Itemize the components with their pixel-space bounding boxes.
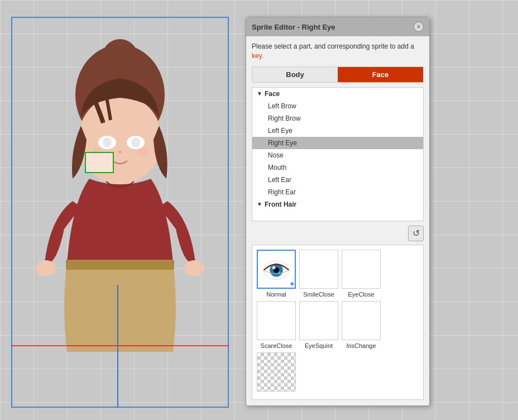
sprite-cell-normal[interactable]: ■ Normal — [257, 250, 296, 298]
key-link[interactable]: key. — [252, 52, 263, 60]
sprite-cell-eye-squint[interactable]: EyeSquint — [299, 301, 338, 349]
tree-item-front-hair[interactable]: ▼ Front Hair — [252, 198, 423, 211]
sprite-label-smile-close: SmileClose — [303, 291, 334, 298]
tree-item-left-ear[interactable]: Left Ear — [252, 174, 423, 186]
svg-point-7 — [131, 137, 140, 147]
sprite-thumb-normal[interactable]: ■ — [257, 250, 296, 289]
sprite-label-normal: Normal — [266, 291, 286, 298]
character-illustration — [17, 28, 223, 391]
eye-selection-box — [85, 152, 114, 173]
tab-body[interactable]: Body — [252, 67, 338, 82]
tree-item-face-group[interactable]: ▼ Face — [252, 88, 423, 100]
tree-panel[interactable]: ▼ Face Left Brow Right Brow Left Eye Rig… — [252, 87, 424, 221]
svg-point-9 — [137, 149, 148, 155]
refresh-button[interactable]: ↺ — [408, 226, 424, 241]
tree-item-left-eye[interactable]: Left Eye — [252, 125, 423, 137]
sprite-row-3 — [257, 352, 419, 392]
tree-item-mouth[interactable]: Mouth — [252, 161, 423, 174]
dialog-title: Sprite Editor - Right Eye — [252, 23, 335, 31]
svg-point-18 — [279, 271, 280, 273]
arrow-front-hair: ▼ — [257, 201, 262, 207]
svg-point-17 — [272, 266, 276, 269]
dialog-body: Please select a part, and corresponding … — [246, 36, 429, 405]
close-button[interactable]: × — [414, 22, 424, 32]
svg-rect-12 — [66, 260, 174, 270]
sprite-thumb-smile-close[interactable] — [299, 250, 338, 289]
refresh-row: ↺ — [252, 226, 424, 241]
sprite-thumb-empty[interactable] — [257, 352, 296, 392]
sprite-thumb-eye-close[interactable] — [342, 250, 381, 289]
sprite-cell-iris-change[interactable]: IrisChange — [342, 301, 381, 349]
sprite-row-1: ■ Normal SmileClose EyeClose — [257, 250, 419, 298]
sprite-label-iris-change: IrisChange — [346, 342, 376, 349]
svg-point-11 — [184, 260, 204, 276]
eye-svg-normal — [260, 254, 293, 284]
tree-item-nose[interactable]: Nose — [252, 149, 423, 161]
sprite-label-eye-squint: EyeSquint — [305, 342, 333, 349]
arrow-face: ▼ — [257, 90, 262, 97]
instruction-text: Please select a part, and corresponding … — [252, 42, 424, 61]
crosshair-horizontal — [11, 345, 229, 346]
sprite-thumb-iris-change[interactable] — [342, 301, 381, 340]
selected-icon: ■ — [290, 280, 294, 287]
tab-row: Body Face — [252, 66, 424, 83]
sprite-label-eye-close: EyeClose — [348, 291, 374, 298]
sprite-thumb-scare-close[interactable] — [257, 301, 296, 340]
tree-item-right-eye[interactable]: Right Eye — [252, 137, 423, 149]
tree-item-right-brow[interactable]: Right Brow — [252, 112, 423, 125]
sprite-editor-dialog: Sprite Editor - Right Eye × Please selec… — [246, 17, 430, 406]
tab-face[interactable]: Face — [338, 67, 423, 82]
character-area — [11, 17, 229, 408]
svg-point-6 — [103, 137, 112, 147]
sprite-row-2: ScareClose EyeSquint IrisChange — [257, 301, 419, 349]
sprite-cell-smile-close[interactable]: SmileClose — [299, 250, 338, 298]
sprite-cell-eye-close[interactable]: EyeClose — [342, 250, 381, 298]
sprite-cell-empty[interactable] — [257, 352, 296, 392]
sprite-cell-scare-close[interactable]: ScareClose — [257, 301, 296, 349]
crosshair-vertical — [117, 285, 118, 408]
svg-point-10 — [36, 260, 56, 276]
dialog-header: Sprite Editor - Right Eye × — [246, 17, 429, 36]
tree-item-right-ear[interactable]: Right Ear — [252, 186, 423, 198]
svg-point-1 — [100, 39, 140, 84]
sprite-thumb-eye-squint[interactable] — [299, 301, 338, 340]
sprite-grid[interactable]: ■ Normal SmileClose EyeClose — [252, 245, 424, 400]
tree-item-left-brow[interactable]: Left Brow — [252, 100, 423, 112]
sprite-label-scare-close: ScareClose — [261, 342, 292, 349]
